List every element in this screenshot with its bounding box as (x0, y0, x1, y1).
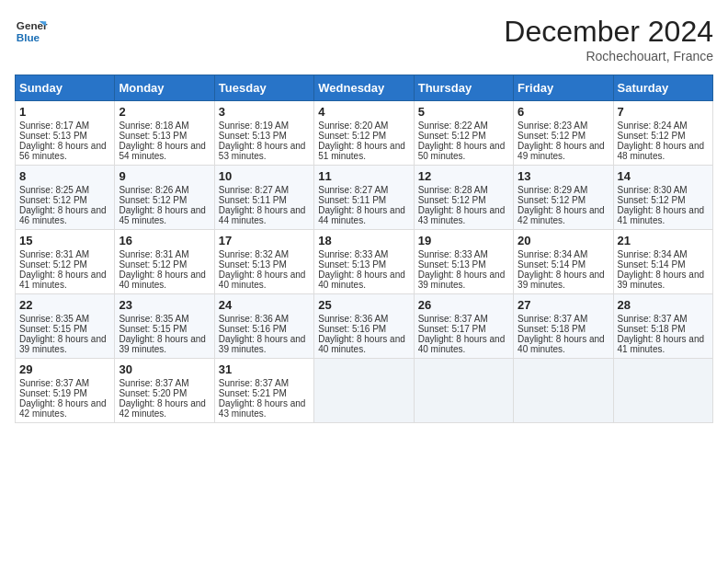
day-number: 9 (119, 169, 210, 183)
day-number: 18 (318, 234, 409, 247)
daylight: Daylight: 8 hours and 39 minutes. (418, 270, 506, 290)
sunrise: Sunrise: 8:37 AM (618, 314, 688, 324)
col-thursday: Thursday (414, 75, 513, 101)
sunset: Sunset: 5:12 PM (518, 131, 586, 141)
sunset: Sunset: 5:18 PM (518, 324, 586, 334)
daylight: Daylight: 8 hours and 41 minutes. (618, 334, 705, 354)
calendar-day-cell: 29 Sunrise: 8:37 AM Sunset: 5:19 PM Dayl… (16, 359, 115, 423)
sunset: Sunset: 5:13 PM (219, 131, 287, 141)
sunrise: Sunrise: 8:25 AM (19, 185, 89, 195)
daylight: Daylight: 8 hours and 40 minutes. (219, 270, 306, 290)
daylight: Daylight: 8 hours and 50 minutes. (418, 141, 506, 161)
sunset: Sunset: 5:12 PM (318, 131, 386, 141)
daylight: Daylight: 8 hours and 56 minutes. (19, 141, 107, 161)
sunrise: Sunrise: 8:20 AM (318, 121, 388, 131)
calendar-day-cell: 12 Sunrise: 8:28 AM Sunset: 5:12 PM Dayl… (414, 166, 513, 230)
calendar-day-cell: 14 Sunrise: 8:30 AM Sunset: 5:12 PM Dayl… (613, 166, 712, 230)
daylight: Daylight: 8 hours and 40 minutes. (318, 270, 405, 290)
day-number: 25 (318, 298, 409, 312)
sunset: Sunset: 5:16 PM (219, 324, 287, 334)
day-number: 4 (318, 105, 409, 119)
sunrise: Sunrise: 8:33 AM (418, 249, 488, 259)
day-number: 29 (19, 362, 110, 376)
calendar-day-cell: 18 Sunrise: 8:33 AM Sunset: 5:13 PM Dayl… (314, 230, 414, 294)
day-number: 13 (518, 169, 609, 183)
sunset: Sunset: 5:20 PM (119, 388, 187, 398)
sunrise: Sunrise: 8:37 AM (19, 378, 89, 388)
sunset: Sunset: 5:14 PM (618, 259, 686, 270)
daylight: Daylight: 8 hours and 39 minutes. (219, 334, 306, 354)
sunrise: Sunrise: 8:32 AM (219, 249, 289, 259)
sunrise: Sunrise: 8:35 AM (19, 314, 89, 324)
sunset: Sunset: 5:12 PM (19, 195, 87, 205)
day-number: 2 (119, 105, 210, 119)
day-number: 1 (19, 105, 110, 119)
col-friday: Friday (514, 75, 613, 101)
svg-text:Blue: Blue (17, 31, 40, 43)
month-title: December 2024 (504, 15, 713, 49)
calendar-week-row: 15 Sunrise: 8:31 AM Sunset: 5:12 PM Dayl… (16, 230, 713, 294)
svg-text:General: General (17, 19, 48, 31)
logo: General Blue (15, 15, 48, 48)
sunrise: Sunrise: 8:28 AM (418, 185, 488, 195)
col-saturday: Saturday (613, 75, 712, 101)
day-number: 12 (418, 169, 509, 183)
sunset: Sunset: 5:12 PM (418, 131, 486, 141)
day-number: 14 (618, 169, 709, 183)
daylight: Daylight: 8 hours and 43 minutes. (219, 398, 306, 419)
sunset: Sunset: 5:18 PM (618, 324, 686, 334)
sunset: Sunset: 5:13 PM (318, 259, 386, 270)
sunrise: Sunrise: 8:31 AM (19, 249, 89, 259)
sunrise: Sunrise: 8:31 AM (119, 249, 188, 259)
daylight: Daylight: 8 hours and 40 minutes. (318, 334, 405, 354)
sunset: Sunset: 5:15 PM (19, 324, 87, 334)
daylight: Daylight: 8 hours and 39 minutes. (518, 270, 605, 290)
daylight: Daylight: 8 hours and 42 minutes. (119, 398, 206, 419)
sunset: Sunset: 5:11 PM (318, 195, 386, 205)
day-number: 23 (119, 298, 210, 312)
day-number: 24 (219, 298, 310, 312)
sunrise: Sunrise: 8:29 AM (518, 185, 587, 195)
calendar-day-cell: 27 Sunrise: 8:37 AM Sunset: 5:18 PM Dayl… (514, 294, 613, 359)
calendar-day-cell (613, 359, 712, 423)
sunrise: Sunrise: 8:24 AM (618, 121, 688, 131)
col-monday: Monday (115, 75, 214, 101)
sunrise: Sunrise: 8:36 AM (219, 314, 289, 324)
daylight: Daylight: 8 hours and 40 minutes. (418, 334, 506, 354)
calendar-day-cell: 19 Sunrise: 8:33 AM Sunset: 5:13 PM Dayl… (414, 230, 513, 294)
day-number: 5 (418, 105, 509, 119)
sunset: Sunset: 5:12 PM (119, 195, 187, 205)
calendar-day-cell: 21 Sunrise: 8:34 AM Sunset: 5:14 PM Dayl… (613, 230, 712, 294)
location: Rochechouart, France (504, 49, 713, 63)
day-number: 22 (19, 298, 110, 312)
day-number: 6 (518, 105, 609, 119)
sunrise: Sunrise: 8:27 AM (219, 185, 289, 195)
daylight: Daylight: 8 hours and 42 minutes. (19, 398, 107, 419)
sunset: Sunset: 5:16 PM (318, 324, 386, 334)
day-number: 15 (19, 234, 110, 247)
sunset: Sunset: 5:21 PM (219, 388, 287, 398)
sunrise: Sunrise: 8:34 AM (618, 249, 688, 259)
col-wednesday: Wednesday (314, 75, 414, 101)
daylight: Daylight: 8 hours and 44 minutes. (318, 205, 405, 225)
calendar-day-cell: 23 Sunrise: 8:35 AM Sunset: 5:15 PM Dayl… (115, 294, 214, 359)
calendar-header-row: Sunday Monday Tuesday Wednesday Thursday… (16, 75, 713, 101)
calendar-day-cell: 4 Sunrise: 8:20 AM Sunset: 5:12 PM Dayli… (314, 101, 414, 166)
calendar-day-cell: 15 Sunrise: 8:31 AM Sunset: 5:12 PM Dayl… (16, 230, 115, 294)
day-number: 30 (119, 362, 210, 376)
daylight: Daylight: 8 hours and 42 minutes. (518, 205, 605, 225)
calendar-day-cell: 1 Sunrise: 8:17 AM Sunset: 5:13 PM Dayli… (16, 101, 115, 166)
sunset: Sunset: 5:12 PM (618, 131, 686, 141)
sunset: Sunset: 5:13 PM (119, 131, 187, 141)
day-number: 31 (219, 362, 310, 376)
calendar-day-cell: 10 Sunrise: 8:27 AM Sunset: 5:11 PM Dayl… (214, 166, 313, 230)
daylight: Daylight: 8 hours and 54 minutes. (119, 141, 206, 161)
calendar-day-cell: 31 Sunrise: 8:37 AM Sunset: 5:21 PM Dayl… (214, 359, 313, 423)
daylight: Daylight: 8 hours and 48 minutes. (618, 141, 705, 161)
calendar-day-cell: 11 Sunrise: 8:27 AM Sunset: 5:11 PM Dayl… (314, 166, 414, 230)
day-number: 17 (219, 234, 310, 247)
sunrise: Sunrise: 8:37 AM (219, 378, 289, 388)
daylight: Daylight: 8 hours and 51 minutes. (318, 141, 405, 161)
sunrise: Sunrise: 8:19 AM (219, 121, 289, 131)
calendar-day-cell: 7 Sunrise: 8:24 AM Sunset: 5:12 PM Dayli… (613, 101, 712, 166)
